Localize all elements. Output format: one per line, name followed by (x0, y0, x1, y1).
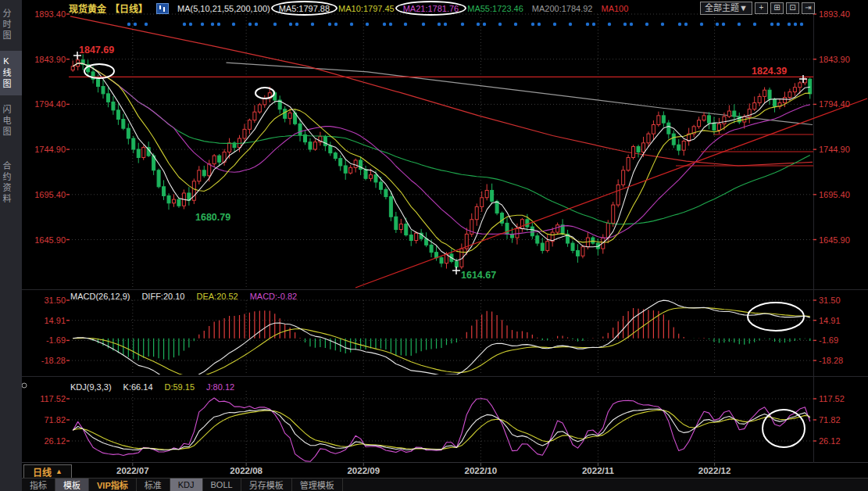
svg-text:14.91: 14.91 (44, 316, 66, 325)
ma200-value: MA200:1784.92 (532, 4, 593, 13)
tab-standard[interactable]: 标准 (137, 478, 170, 491)
tab-indicators[interactable]: 指标 (22, 478, 55, 491)
ma5-value: MA5:1797.88 (279, 4, 330, 13)
period-tag: 【日线】 (110, 2, 148, 15)
fit-window-icon[interactable]: ⊞ (770, 2, 784, 14)
ma100-label: MA100 (601, 4, 628, 13)
svg-text:1695.40: 1695.40 (819, 190, 850, 199)
kline-chart-icon (156, 3, 169, 14)
chart-type-sidebar: 分时图 K线图 闪电图 合约资料 (0, 0, 22, 491)
macd-hist-value: MACD:-0.82 (250, 292, 298, 301)
sidebar-item-kline-chart[interactable]: K线图 (0, 51, 22, 95)
svg-text:-1.69: -1.69 (46, 335, 66, 345)
chart-header: 现货黄金 【日线】 MA(5,10,21,55,200,100) MA5:179… (69, 0, 868, 16)
macd-title: MACD(26,12,9) (70, 292, 130, 301)
svg-text:2022/09: 2022/09 (347, 466, 380, 475)
svg-text:1614.67: 1614.67 (461, 270, 496, 281)
svg-text:1794.40: 1794.40 (819, 99, 850, 109)
chart-canvas[interactable]: 1893.401893.401843.901843.901794.401794.… (0, 0, 868, 491)
symbol-name: 现货黄金 (69, 2, 106, 15)
ma-settings-label: MA(5,10,21,55,200,100) (177, 4, 270, 13)
sidebar-item-flash-chart[interactable]: 闪电图 (0, 99, 22, 143)
svg-text:1744.90: 1744.90 (819, 145, 850, 154)
sidebar-item-time-chart[interactable]: 分时图 (0, 3, 22, 47)
svg-text:1843.90: 1843.90 (34, 55, 66, 64)
svg-text:2022/11: 2022/11 (582, 466, 615, 475)
kdj-header: KDJ(9,3,3) K:66.14 D:59.15 J:80.12 (70, 382, 234, 392)
svg-text:31.50: 31.50 (819, 296, 841, 305)
svg-text:1847.69: 1847.69 (79, 45, 114, 56)
macd-dea-value: DEA:20.52 (196, 292, 238, 301)
svg-text:1843.90: 1843.90 (819, 55, 850, 64)
period-selector-button[interactable]: 日线 ▲ (23, 464, 72, 478)
tab-vip-indicators[interactable]: VIP指标 (89, 478, 137, 491)
triangle-up-icon: ▲ (55, 468, 63, 475)
move-icon[interactable]: + (755, 2, 768, 14)
svg-text:1695.40: 1695.40 (34, 190, 66, 199)
period-label: 日线 (33, 465, 52, 478)
svg-text:26.12: 26.12 (819, 436, 841, 446)
tab-save-template[interactable]: 另存模板 (241, 478, 292, 491)
svg-text:1893.40: 1893.40 (34, 9, 66, 19)
indicator-tab-bar: 指标 模板 VIP指标 标准 KDJ BOLL 另存模板 管理模板 (22, 478, 868, 491)
tab-boll[interactable]: BOLL (203, 478, 241, 491)
svg-text:1680.79: 1680.79 (195, 212, 230, 223)
svg-text:31.50: 31.50 (44, 296, 66, 305)
sidebar-item-contract-info[interactable]: 合约资料 (0, 156, 22, 210)
trading-app-window: 1893.401893.401843.901843.901794.401794.… (0, 0, 868, 491)
tab-manage-template[interactable]: 管理模板 (292, 478, 343, 491)
svg-text:1645.90: 1645.90 (819, 235, 850, 245)
kdj-d-value: D:59.15 (165, 382, 195, 392)
svg-text:117.52: 117.52 (40, 394, 66, 403)
svg-text:71.82: 71.82 (44, 415, 66, 425)
pop-out-icon[interactable]: ⇥ (802, 2, 815, 14)
svg-text:2022/08: 2022/08 (230, 466, 263, 475)
kdj-title: KDJ(9,3,3) (70, 382, 112, 392)
ma55-value: MA55:1723.46 (467, 4, 523, 13)
svg-text:26.12: 26.12 (44, 436, 66, 446)
theme-dropdown-button[interactable]: 全部主题▼ (700, 2, 752, 15)
ma21-value: MA21:1781.76 (403, 4, 459, 13)
ma10-value: MA10:1797.45 (338, 4, 395, 13)
svg-text:1794.40: 1794.40 (34, 99, 66, 109)
svg-text:2022/07: 2022/07 (116, 466, 149, 475)
tab-kdj[interactable]: KDJ (170, 478, 203, 491)
macd-diff-value: DIFF:20.10 (141, 292, 184, 301)
tab-templates[interactable]: 模板 (55, 478, 89, 491)
svg-text:2022/12: 2022/12 (698, 466, 731, 475)
svg-text:1744.90: 1744.90 (34, 145, 66, 154)
svg-text:-18.28: -18.28 (41, 356, 66, 365)
svg-text:1645.90: 1645.90 (34, 235, 66, 245)
svg-text:14.91: 14.91 (819, 316, 841, 325)
header-toolbar: 全部主题▼ + ⊞ ⊡ ⇥ (700, 2, 815, 15)
pane-layout-icon[interactable]: ⊡ (786, 2, 799, 14)
svg-text:-1.69: -1.69 (819, 335, 838, 345)
macd-header: MACD(26,12,9) DIFF:20.10 DEA:20.52 MACD:… (70, 292, 297, 301)
svg-text:1824.39: 1824.39 (752, 66, 787, 77)
kdj-k-value: K:66.14 (123, 382, 153, 392)
svg-text:117.52: 117.52 (819, 394, 845, 403)
kdj-j-value: J:80.12 (206, 382, 234, 392)
svg-text:-18.28: -18.28 (819, 356, 843, 365)
svg-text:2022/10: 2022/10 (465, 466, 498, 475)
svg-text:71.82: 71.82 (819, 415, 841, 425)
